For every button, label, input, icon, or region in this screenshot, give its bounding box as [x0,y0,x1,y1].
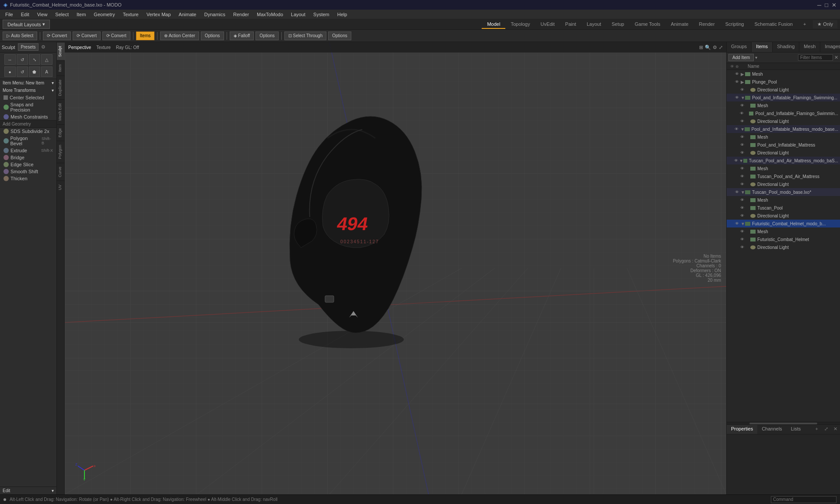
auto-select-button[interactable]: ▷ Auto Select [3,32,37,40]
menu-render[interactable]: Render [230,11,252,18]
viewport-settings-icon[interactable]: ⚙ [713,45,717,50]
item-visibility-icon[interactable]: 👁 [739,236,745,242]
item-visibility-icon[interactable]: 👁 [734,94,740,101]
select-through-button[interactable]: ⊡ Select Through [284,32,326,40]
expand-icon[interactable]: ▼ [739,158,743,163]
rotate-icon-btn[interactable]: ↺ [17,54,28,65]
presets-button[interactable]: Presets [18,43,39,51]
menu-geometry[interactable]: Geometry [90,11,118,18]
expand-icon[interactable]: ▶ [741,80,745,84]
list-item[interactable]: 👁 ▼ Pool_and_Inflatable_Flamingo_Swimmin… [727,94,840,102]
polygon-bevel-item[interactable]: Polygon Bevel Shift-B [0,135,56,147]
list-item[interactable]: 👁 ▼ Tuscan_Pool_and_Air_Mattress_modo_ba… [727,157,840,164]
list-item[interactable]: 👁 Tuscan_Pool_and_Air_Mattress [727,172,840,180]
convert-button-1[interactable]: ⟳ Convert [43,32,71,40]
menu-animate[interactable]: Animate [175,11,200,18]
menu-maxtomodo[interactable]: MaxToModo [253,11,287,18]
list-item[interactable]: 👁 Mesh [727,102,840,109]
title-bar-controls[interactable]: ─ □ ✕ [817,2,836,8]
tab-schematic-fusion[interactable]: Schematic Fusion [749,20,798,29]
item-menu-dropdown[interactable]: Item Menu: New Item ▾ [0,79,56,87]
item-visibility-icon[interactable]: 👁 [734,189,740,195]
tab-model[interactable]: Model [482,20,505,29]
item-visibility-icon[interactable]: 👁 [739,181,745,187]
menu-texture[interactable]: Texture [119,11,142,18]
convert-button-3[interactable]: ⟳ Convert [102,32,130,40]
strip-tab-edge[interactable]: Edge [57,124,65,141]
lasso-icon-btn[interactable]: ↺ [17,66,28,77]
viewport-expand-icon[interactable]: ⤢ [719,45,723,50]
expand-icon[interactable]: ▼ [740,127,745,132]
item-visibility-icon[interactable]: 👁 [739,142,745,148]
items-list[interactable]: 👁 ▶ Mesh 👁 ▶ Plunge_Pool 👁 [727,70,840,422]
menu-dynamics[interactable]: Dynamics [201,11,229,18]
tab-game-tools[interactable]: Game Tools [630,20,666,29]
expand-icon[interactable]: ▼ [741,221,745,226]
strip-tab-mesh-edit[interactable]: Mesh Edit [57,99,65,124]
falloff-options-button[interactable]: Options [256,32,278,40]
tab-setup[interactable]: Setup [606,20,630,29]
list-item[interactable]: 👁 Pool_and_Inflatable_Flamingo_Swimmin..… [727,109,840,117]
list-item[interactable]: 👁 ▼ Pool_and_Inflatable_Mattress_modo_ba… [727,125,840,133]
item-visibility-icon[interactable]: 👁 [739,165,745,172]
tab-uvedit[interactable]: UvEdit [535,20,560,29]
list-item[interactable]: 👁 Directional Light [727,149,840,157]
menu-view[interactable]: View [34,11,51,18]
items-button[interactable]: Items [136,32,154,40]
strip-tab-sculpt[interactable]: Sculpt [57,42,65,60]
item-visibility-icon[interactable]: 👁 [734,158,738,164]
list-item[interactable]: 👁 Mesh [727,228,840,235]
tab-scripting[interactable]: Scripting [720,20,749,29]
bridge-item[interactable]: Bridge [0,154,56,161]
filter-items-input[interactable] [798,54,833,61]
viewport-maximize-icon[interactable]: ⊞ [699,45,703,50]
tab-images[interactable]: Images [820,42,840,52]
tab-shading[interactable]: Shading [773,42,799,52]
list-item[interactable]: 👁 Directional Light [727,212,840,220]
tab-layout[interactable]: Layout [581,20,606,29]
brp-close-icon[interactable]: ✕ [831,425,840,434]
3d-viewport[interactable]: 494 00234511-127 Perspective Texture Ray… [65,42,726,494]
list-item[interactable]: 👁 Mesh [727,164,840,172]
tab-channels[interactable]: Channels [757,425,786,434]
list-item[interactable]: 👁 ▶ Mesh [727,70,840,78]
list-item[interactable]: 👁 Directional Light [727,86,840,94]
tab-groups[interactable]: Groups [727,42,752,52]
mesh-constraints-item[interactable]: Mesh Constraints [0,113,56,120]
command-input[interactable] [771,496,836,503]
tab-properties[interactable]: Properties [727,425,757,434]
smooth-shift-item[interactable]: Smooth Shift [0,168,56,175]
strip-tab-uv[interactable]: UV [57,181,65,194]
item-visibility-icon[interactable]: 👁 [734,220,740,227]
item-visibility-icon[interactable]: 👁 [739,134,745,140]
sds-subdivide-item[interactable]: SDS Subdivide 2x [0,128,56,135]
list-item[interactable]: 👁 Pool_and_Inflatable_Mattress [727,141,840,149]
maximize-button[interactable]: □ [825,2,828,8]
item-visibility-icon[interactable]: 👁 [739,228,745,234]
list-item[interactable]: 👁 Mesh [727,196,840,204]
tab-render[interactable]: Render [694,20,720,29]
minimize-button[interactable]: ─ [817,2,821,8]
item-visibility-icon[interactable]: 👁 [739,244,745,250]
item-visibility-icon[interactable]: 👁 [734,126,739,132]
add-item-button[interactable]: Add Item [728,54,754,61]
item-visibility-icon[interactable]: 👁 [734,79,740,85]
menu-select[interactable]: Select [52,11,72,18]
tab-topology[interactable]: Topology [505,20,535,29]
expand-icon[interactable]: ▼ [741,95,745,100]
list-item[interactable]: 👁 Futuristic_Combat_Helmet [727,235,840,243]
viewport-search-icon[interactable]: 🔍 [705,45,711,50]
menu-file[interactable]: File [2,11,17,18]
extrude-item[interactable]: Extrude Shift-X [0,147,56,154]
strip-tab-duplicate[interactable]: Duplicate [57,76,65,100]
text-icon-btn[interactable]: A [41,66,52,77]
only-button[interactable]: ★ Only [813,20,837,28]
list-item[interactable]: 👁 Mesh [727,133,840,141]
close-button[interactable]: ✕ [832,2,836,8]
transform-icon-btn[interactable]: △ [41,54,52,65]
strip-tab-polygon[interactable]: Polygon [57,141,65,163]
menu-edit[interactable]: Edit [18,11,33,18]
edge-slice-item[interactable]: Edge Slice [0,161,56,168]
tab-mesh[interactable]: Mesh [799,42,820,52]
thicken-item[interactable]: Thicken [0,175,56,182]
